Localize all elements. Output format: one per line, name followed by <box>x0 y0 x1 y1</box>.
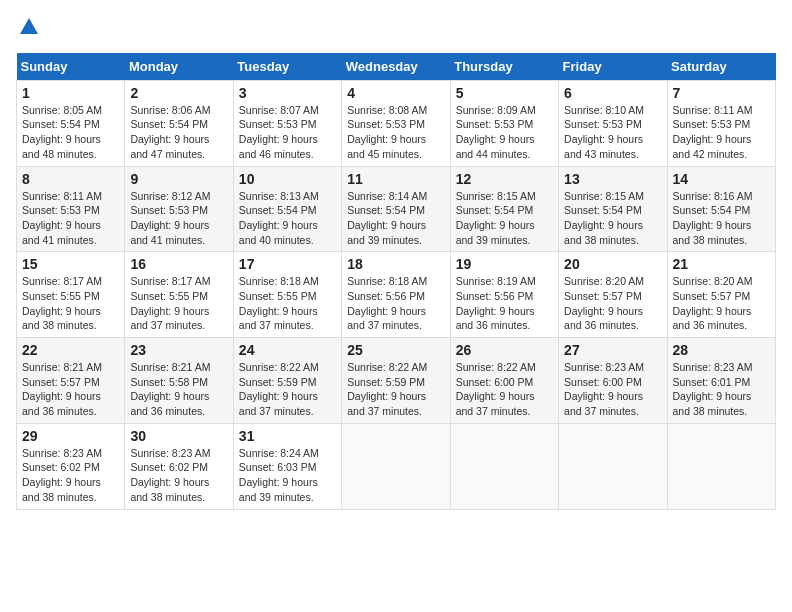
day-of-week-header: Wednesday <box>342 53 450 81</box>
calendar-day-cell: 8 Sunrise: 8:11 AM Sunset: 5:53 PM Dayli… <box>17 166 125 252</box>
calendar-day-cell: 19 Sunrise: 8:19 AM Sunset: 5:56 PM Dayl… <box>450 252 558 338</box>
calendar-day-cell: 11 Sunrise: 8:14 AM Sunset: 5:54 PM Dayl… <box>342 166 450 252</box>
day-number: 19 <box>456 256 553 272</box>
day-info: Sunrise: 8:09 AM Sunset: 5:53 PM Dayligh… <box>456 103 553 162</box>
calendar-day-cell: 2 Sunrise: 8:06 AM Sunset: 5:54 PM Dayli… <box>125 80 233 166</box>
day-info: Sunrise: 8:06 AM Sunset: 5:54 PM Dayligh… <box>130 103 227 162</box>
calendar-week-row: 29 Sunrise: 8:23 AM Sunset: 6:02 PM Dayl… <box>17 423 776 509</box>
day-of-week-header: Saturday <box>667 53 775 81</box>
day-info: Sunrise: 8:17 AM Sunset: 5:55 PM Dayligh… <box>22 274 119 333</box>
day-info: Sunrise: 8:21 AM Sunset: 5:58 PM Dayligh… <box>130 360 227 419</box>
day-info: Sunrise: 8:21 AM Sunset: 5:57 PM Dayligh… <box>22 360 119 419</box>
calendar-day-cell: 13 Sunrise: 8:15 AM Sunset: 5:54 PM Dayl… <box>559 166 667 252</box>
calendar-day-cell: 20 Sunrise: 8:20 AM Sunset: 5:57 PM Dayl… <box>559 252 667 338</box>
calendar-table: SundayMondayTuesdayWednesdayThursdayFrid… <box>16 53 776 510</box>
day-info: Sunrise: 8:22 AM Sunset: 5:59 PM Dayligh… <box>239 360 336 419</box>
calendar-week-row: 1 Sunrise: 8:05 AM Sunset: 5:54 PM Dayli… <box>17 80 776 166</box>
calendar-day-cell: 7 Sunrise: 8:11 AM Sunset: 5:53 PM Dayli… <box>667 80 775 166</box>
calendar-day-cell: 23 Sunrise: 8:21 AM Sunset: 5:58 PM Dayl… <box>125 338 233 424</box>
day-number: 24 <box>239 342 336 358</box>
calendar-week-row: 15 Sunrise: 8:17 AM Sunset: 5:55 PM Dayl… <box>17 252 776 338</box>
day-info: Sunrise: 8:13 AM Sunset: 5:54 PM Dayligh… <box>239 189 336 248</box>
day-info: Sunrise: 8:23 AM Sunset: 6:02 PM Dayligh… <box>130 446 227 505</box>
day-number: 2 <box>130 85 227 101</box>
calendar-day-cell <box>450 423 558 509</box>
day-number: 8 <box>22 171 119 187</box>
day-number: 3 <box>239 85 336 101</box>
day-info: Sunrise: 8:18 AM Sunset: 5:56 PM Dayligh… <box>347 274 444 333</box>
calendar-day-cell: 15 Sunrise: 8:17 AM Sunset: 5:55 PM Dayl… <box>17 252 125 338</box>
day-number: 9 <box>130 171 227 187</box>
day-info: Sunrise: 8:22 AM Sunset: 5:59 PM Dayligh… <box>347 360 444 419</box>
day-info: Sunrise: 8:15 AM Sunset: 5:54 PM Dayligh… <box>564 189 661 248</box>
calendar-header-row: SundayMondayTuesdayWednesdayThursdayFrid… <box>17 53 776 81</box>
day-number: 16 <box>130 256 227 272</box>
day-number: 15 <box>22 256 119 272</box>
calendar-day-cell: 25 Sunrise: 8:22 AM Sunset: 5:59 PM Dayl… <box>342 338 450 424</box>
day-info: Sunrise: 8:17 AM Sunset: 5:55 PM Dayligh… <box>130 274 227 333</box>
day-number: 4 <box>347 85 444 101</box>
calendar-day-cell: 10 Sunrise: 8:13 AM Sunset: 5:54 PM Dayl… <box>233 166 341 252</box>
day-of-week-header: Friday <box>559 53 667 81</box>
day-number: 26 <box>456 342 553 358</box>
day-info: Sunrise: 8:20 AM Sunset: 5:57 PM Dayligh… <box>673 274 770 333</box>
day-of-week-header: Tuesday <box>233 53 341 81</box>
calendar-day-cell: 17 Sunrise: 8:18 AM Sunset: 5:55 PM Dayl… <box>233 252 341 338</box>
calendar-week-row: 8 Sunrise: 8:11 AM Sunset: 5:53 PM Dayli… <box>17 166 776 252</box>
calendar-day-cell: 29 Sunrise: 8:23 AM Sunset: 6:02 PM Dayl… <box>17 423 125 509</box>
calendar-day-cell: 12 Sunrise: 8:15 AM Sunset: 5:54 PM Dayl… <box>450 166 558 252</box>
day-number: 10 <box>239 171 336 187</box>
calendar-day-cell: 3 Sunrise: 8:07 AM Sunset: 5:53 PM Dayli… <box>233 80 341 166</box>
day-number: 17 <box>239 256 336 272</box>
day-number: 22 <box>22 342 119 358</box>
calendar-week-row: 22 Sunrise: 8:21 AM Sunset: 5:57 PM Dayl… <box>17 338 776 424</box>
day-info: Sunrise: 8:22 AM Sunset: 6:00 PM Dayligh… <box>456 360 553 419</box>
day-number: 13 <box>564 171 661 187</box>
day-number: 28 <box>673 342 770 358</box>
calendar-day-cell: 31 Sunrise: 8:24 AM Sunset: 6:03 PM Dayl… <box>233 423 341 509</box>
day-number: 23 <box>130 342 227 358</box>
day-info: Sunrise: 8:15 AM Sunset: 5:54 PM Dayligh… <box>456 189 553 248</box>
calendar-day-cell: 1 Sunrise: 8:05 AM Sunset: 5:54 PM Dayli… <box>17 80 125 166</box>
calendar-day-cell <box>559 423 667 509</box>
logo-icon <box>18 16 40 38</box>
calendar-day-cell: 9 Sunrise: 8:12 AM Sunset: 5:53 PM Dayli… <box>125 166 233 252</box>
day-number: 12 <box>456 171 553 187</box>
day-number: 30 <box>130 428 227 444</box>
day-info: Sunrise: 8:23 AM Sunset: 6:02 PM Dayligh… <box>22 446 119 505</box>
day-number: 27 <box>564 342 661 358</box>
calendar-day-cell: 16 Sunrise: 8:17 AM Sunset: 5:55 PM Dayl… <box>125 252 233 338</box>
day-number: 5 <box>456 85 553 101</box>
day-info: Sunrise: 8:11 AM Sunset: 5:53 PM Dayligh… <box>673 103 770 162</box>
day-info: Sunrise: 8:18 AM Sunset: 5:55 PM Dayligh… <box>239 274 336 333</box>
day-number: 1 <box>22 85 119 101</box>
day-info: Sunrise: 8:23 AM Sunset: 6:01 PM Dayligh… <box>673 360 770 419</box>
day-number: 7 <box>673 85 770 101</box>
calendar-day-cell: 27 Sunrise: 8:23 AM Sunset: 6:00 PM Dayl… <box>559 338 667 424</box>
day-of-week-header: Thursday <box>450 53 558 81</box>
day-info: Sunrise: 8:07 AM Sunset: 5:53 PM Dayligh… <box>239 103 336 162</box>
day-info: Sunrise: 8:08 AM Sunset: 5:53 PM Dayligh… <box>347 103 444 162</box>
day-info: Sunrise: 8:11 AM Sunset: 5:53 PM Dayligh… <box>22 189 119 248</box>
day-number: 6 <box>564 85 661 101</box>
calendar-day-cell: 18 Sunrise: 8:18 AM Sunset: 5:56 PM Dayl… <box>342 252 450 338</box>
day-number: 18 <box>347 256 444 272</box>
logo <box>16 16 40 43</box>
day-info: Sunrise: 8:16 AM Sunset: 5:54 PM Dayligh… <box>673 189 770 248</box>
day-number: 11 <box>347 171 444 187</box>
day-of-week-header: Sunday <box>17 53 125 81</box>
day-of-week-header: Monday <box>125 53 233 81</box>
day-info: Sunrise: 8:19 AM Sunset: 5:56 PM Dayligh… <box>456 274 553 333</box>
day-info: Sunrise: 8:12 AM Sunset: 5:53 PM Dayligh… <box>130 189 227 248</box>
day-number: 25 <box>347 342 444 358</box>
calendar-day-cell: 21 Sunrise: 8:20 AM Sunset: 5:57 PM Dayl… <box>667 252 775 338</box>
day-info: Sunrise: 8:10 AM Sunset: 5:53 PM Dayligh… <box>564 103 661 162</box>
calendar-day-cell <box>667 423 775 509</box>
day-info: Sunrise: 8:23 AM Sunset: 6:00 PM Dayligh… <box>564 360 661 419</box>
day-number: 21 <box>673 256 770 272</box>
day-info: Sunrise: 8:14 AM Sunset: 5:54 PM Dayligh… <box>347 189 444 248</box>
svg-marker-0 <box>20 18 38 34</box>
day-info: Sunrise: 8:20 AM Sunset: 5:57 PM Dayligh… <box>564 274 661 333</box>
day-number: 20 <box>564 256 661 272</box>
calendar-day-cell: 6 Sunrise: 8:10 AM Sunset: 5:53 PM Dayli… <box>559 80 667 166</box>
